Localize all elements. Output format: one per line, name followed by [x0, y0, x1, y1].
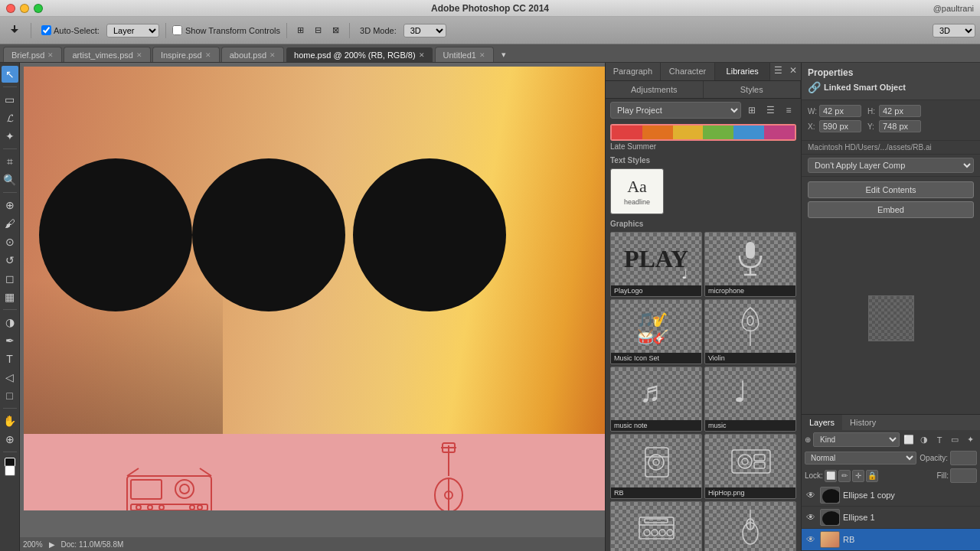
library-select[interactable]: Play Project	[610, 102, 741, 119]
move-tool-btn[interactable]	[5, 23, 24, 38]
library-grid-view[interactable]: ⊞	[744, 103, 760, 118]
background-color[interactable]	[5, 465, 15, 476]
embed-button[interactable]: Embed	[808, 201, 974, 218]
layer-select[interactable]: Layer	[106, 24, 159, 37]
transform-checkbox[interactable]	[172, 25, 182, 35]
opacity-input[interactable]: 100%	[950, 451, 977, 465]
tab-brief[interactable]: Brief.psd ✕	[3, 47, 62, 62]
graphic-item-playlogo[interactable]: PLAY ♩ PlayLogo	[610, 232, 702, 297]
tab-close-untitled1[interactable]: ✕	[479, 51, 485, 59]
tab-styles[interactable]: Styles	[704, 81, 802, 98]
library-panel-menu[interactable]: ≡	[781, 103, 796, 118]
graphic-item-hiphop[interactable]: HipHop.png	[704, 434, 796, 499]
align-right-btn[interactable]: ⊠	[328, 24, 343, 37]
shape-tool[interactable]: □	[2, 387, 18, 404]
layer-vis-ellipse1copy[interactable]: 👁	[805, 490, 817, 500]
layers-tab[interactable]: Layers	[802, 415, 842, 430]
graphic-item-elec[interactable]: icon-genre-elec...	[610, 501, 702, 551]
minimize-button[interactable]	[20, 4, 29, 13]
layer-comp-select[interactable]: Don't Apply Layer Comp	[808, 158, 974, 173]
tab-overflow[interactable]: ▾	[497, 47, 511, 62]
graphic-item-indie[interactable]: icon-genre-indi...	[704, 501, 796, 551]
eraser-tool[interactable]: ◻	[2, 270, 18, 287]
history-tab[interactable]: History	[842, 415, 884, 430]
dodge-tool[interactable]: ◑	[2, 314, 18, 331]
tab-inspire[interactable]: Inspire.psd ✕	[152, 47, 220, 62]
layer-vis-rb[interactable]: 👁	[805, 534, 817, 545]
layer-filter-select[interactable]: Kind	[813, 432, 900, 447]
layer-filter-smart[interactable]: ✦	[963, 433, 977, 447]
layer-item-ellipse1[interactable]: 👁 Ellipse 1	[802, 507, 980, 529]
tab-about[interactable]: about.psd ✕	[221, 47, 284, 62]
gradient-tool[interactable]: ▦	[2, 289, 18, 305]
tab-close-brief[interactable]: ✕	[47, 51, 54, 59]
graphic-item-musicnote[interactable]: ♬ music note	[610, 367, 702, 432]
layer-filter-pixel[interactable]: ⬜	[902, 433, 916, 447]
path-select-tool[interactable]: ◁	[2, 369, 18, 386]
auto-select-toggle[interactable]: Auto-Select:	[38, 24, 103, 37]
graphic-item-musicset[interactable]: 🎵 🎷 🥁 🎸 Music Icon Set	[610, 299, 702, 364]
lock-image[interactable]: ✏	[838, 470, 851, 482]
lock-all[interactable]: 🔒	[866, 470, 878, 482]
graphic-item-violin[interactable]: Violin	[704, 299, 796, 364]
layer-filter-shape[interactable]: ▭	[948, 433, 962, 447]
tab-character[interactable]: Character	[661, 63, 716, 80]
x-value[interactable]: 590 px	[819, 120, 861, 132]
play-button[interactable]: ▶	[49, 540, 55, 549]
fill-input[interactable]: 100%	[950, 468, 977, 483]
auto-select-checkbox[interactable]	[41, 25, 51, 35]
transform-controls-label[interactable]: Show Transform Controls	[172, 25, 280, 35]
blend-mode-select[interactable]: Normal	[805, 452, 916, 465]
quick-select-tool[interactable]: ✦	[2, 128, 18, 145]
tab-close-home[interactable]: ✕	[419, 51, 425, 59]
graphic-item-music[interactable]: ♩ music	[704, 367, 796, 432]
h-value[interactable]: 42 px	[879, 105, 921, 117]
brush-tool[interactable]: 🖌	[2, 215, 18, 232]
panel-close-btn[interactable]: ✕	[786, 63, 801, 78]
marquee-tool[interactable]: ▭	[2, 91, 18, 108]
align-left-btn[interactable]: ⊞	[293, 24, 308, 37]
graphic-item-microphone[interactable]: microphone	[704, 232, 796, 297]
tab-close-artist[interactable]: ✕	[136, 51, 142, 59]
3d-mode-select[interactable]: 3D	[403, 24, 446, 37]
canvas-area[interactable]: Food truck normcore wha 200% ▶ Doc: 11.0…	[20, 63, 605, 551]
history-brush-tool[interactable]: ↺	[2, 252, 18, 269]
tab-untitled1[interactable]: Untitled1 ✕	[435, 47, 494, 62]
layer-filter-adjust[interactable]: ◑	[917, 433, 931, 447]
zoom-tool[interactable]: ⊕	[2, 431, 18, 448]
photoshop-canvas[interactable]: Food truck normcore wha	[24, 67, 605, 510]
layer-item-rb[interactable]: 👁 RB	[802, 529, 980, 551]
w-value[interactable]: 42 px	[819, 105, 861, 117]
healing-tool[interactable]: ⊕	[2, 197, 18, 214]
graphic-item-rb[interactable]: RB	[610, 434, 702, 499]
hand-tool[interactable]: ✋	[2, 412, 18, 429]
y-value[interactable]: 748 px	[879, 120, 921, 132]
crop-tool[interactable]: ⌗	[2, 153, 18, 170]
tab-adjustments[interactable]: Adjustments	[606, 81, 704, 98]
workspace-select[interactable]: 3D	[933, 24, 975, 37]
type-tool[interactable]: T	[2, 350, 18, 367]
tab-home[interactable]: home.psd @ 200% (RB, RGB/8) ✕	[286, 47, 433, 62]
tab-close-inspire[interactable]: ✕	[205, 51, 211, 59]
tab-artist-vimes[interactable]: artist_vimes.psd ✕	[64, 47, 150, 62]
lasso-tool[interactable]: 𝓛	[2, 109, 18, 126]
tab-paragraph[interactable]: Paragraph	[606, 63, 661, 80]
align-center-btn[interactable]: ⊟	[311, 24, 325, 37]
tab-close-about[interactable]: ✕	[270, 51, 276, 59]
text-style-headline[interactable]: Aa headline	[610, 168, 664, 214]
lock-position[interactable]: ✛	[852, 470, 864, 482]
clone-tool[interactable]: ⊙	[2, 233, 18, 250]
tab-libraries[interactable]: Libraries	[715, 63, 770, 80]
pen-tool[interactable]: ✒	[2, 332, 18, 349]
panel-menu-btn[interactable]: ☰	[770, 63, 786, 78]
close-button[interactable]	[6, 4, 15, 13]
eyedropper-tool[interactable]: 🔍	[2, 171, 18, 188]
maximize-button[interactable]	[34, 4, 43, 13]
layer-item-ellipse1copy[interactable]: 👁 Ellipse 1 copy	[802, 484, 980, 507]
layer-filter-type[interactable]: T	[933, 433, 946, 447]
move-tool[interactable]: ↖	[2, 66, 18, 83]
library-list-view[interactable]: ☰	[763, 103, 778, 118]
layer-vis-ellipse1[interactable]: 👁	[805, 512, 817, 523]
edit-contents-button[interactable]: Edit Contents	[808, 181, 974, 198]
lock-transparent[interactable]: ⬜	[825, 470, 837, 482]
